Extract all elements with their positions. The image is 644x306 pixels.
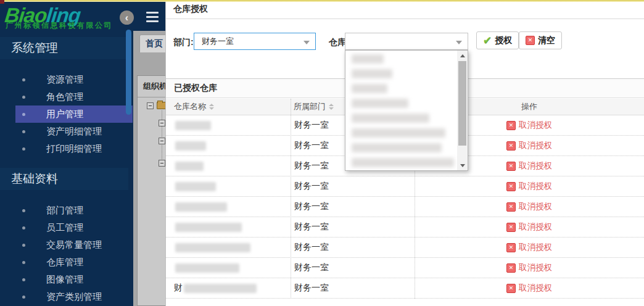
cancel-authorization-label: 取消授权 [519, 120, 552, 131]
scroll-up-button[interactable] [457, 51, 468, 60]
sidebar-item-label: 部门管理 [46, 205, 83, 217]
dropdown-option-redacted[interactable] [352, 99, 408, 108]
warehouse-name-cell [166, 263, 291, 273]
check-icon: ✔ [483, 35, 492, 46]
red-x-icon: ✕ [526, 36, 535, 45]
dropdown-option-redacted[interactable] [352, 114, 429, 123]
cancel-authorization-button[interactable]: ✕ 取消授权 [415, 181, 644, 192]
sidebar-item-label: 图像管理 [46, 274, 83, 286]
cancel-authorization-button[interactable]: ✕ 取消授权 [415, 262, 644, 273]
department-label: 部门: [173, 37, 194, 48]
bullet-icon [22, 78, 25, 81]
chevron-down-icon [456, 41, 462, 44]
sidebar-item[interactable]: 员工管理 [0, 219, 128, 236]
bullet-icon [22, 296, 25, 299]
sidebar-item[interactable]: 角色管理 [0, 88, 128, 105]
redacted-text [175, 263, 239, 273]
hamburger-icon[interactable] [146, 12, 159, 22]
table-row: 财务一室 ✕ 取消授权 [166, 258, 644, 278]
app-window: Biaoling 广州标领信息科技有限公司 系统管理 资源管理 角色管理 用户管… [0, 0, 644, 306]
dropdown-option-redacted[interactable] [352, 158, 454, 167]
bullet-icon [22, 209, 25, 212]
sidebar-item[interactable]: 部门管理 [0, 202, 128, 219]
sidebar: Biaoling 广州标领信息科技有限公司 系统管理 资源管理 角色管理 用户管… [0, 0, 133, 306]
authorize-button-label: 授权 [495, 35, 512, 46]
department-select-value: 财务一室 [202, 36, 234, 47]
sidebar-item-label: 仓库管理 [46, 257, 83, 268]
tree-collapse-icon[interactable] [159, 138, 165, 144]
dropdown-scrollbar[interactable] [457, 51, 468, 170]
dropdown-option-redacted[interactable] [352, 128, 445, 138]
sidebar-item[interactable]: 资产类别管理 [0, 288, 128, 305]
sidebar-section-basic[interactable]: 基础资料 [0, 168, 128, 190]
sidebar-menu-basic: 部门管理 员工管理 交易常量管理 仓库管理 图像管理 资产类别管理 [0, 202, 128, 305]
scrollbar-thumb[interactable] [458, 61, 466, 146]
authorize-button[interactable]: ✔ 授权 [476, 31, 519, 49]
cancel-authorization-button[interactable]: ✕ 取消授权 [415, 221, 644, 233]
red-x-icon: ✕ [506, 162, 516, 171]
redacted-text [175, 162, 204, 171]
sidebar-item[interactable]: 用户管理 [15, 105, 133, 123]
column-divider [291, 99, 291, 299]
red-x-icon: ✕ [506, 263, 516, 273]
table-row: 财务一室 ✕ 取消授权 [166, 176, 644, 197]
sidebar-item[interactable]: 仓库管理 [0, 254, 128, 271]
red-x-icon: ✕ [506, 141, 516, 151]
sidebar-item-label: 打印明细管理 [46, 143, 102, 155]
dropdown-option-redacted[interactable] [352, 54, 384, 64]
red-x-icon: ✕ [506, 243, 516, 252]
redacted-text [184, 284, 257, 293]
warehouse-name-cell [166, 141, 291, 151]
sidebar-item[interactable]: 图像管理 [0, 271, 128, 288]
redacted-text [175, 182, 216, 191]
cancel-authorization-button[interactable]: ✕ 取消授权 [415, 201, 644, 212]
dropdown-option-redacted[interactable] [352, 84, 387, 93]
sidebar-scrollbar[interactable] [126, 30, 131, 115]
cancel-authorization-button[interactable]: ✕ 取消授权 [415, 283, 644, 294]
cancel-authorization-label: 取消授权 [519, 140, 552, 151]
authorized-warehouses-title: 已授权仓库 [174, 83, 217, 94]
redacted-text [175, 121, 211, 130]
sidebar-item-label: 用户管理 [46, 109, 83, 120]
red-x-icon: ✕ [506, 202, 516, 212]
sidebar-item[interactable]: 打印明细管理 [0, 140, 128, 157]
warehouse-name-cell [166, 182, 291, 191]
sidebar-collapse-button[interactable]: ‹ [120, 10, 134, 25]
sidebar-section-system[interactable]: 系统管理 [0, 37, 128, 59]
cancel-authorization-label: 取消授权 [519, 242, 552, 253]
clear-button[interactable]: ✕ 清空 [519, 31, 562, 49]
scroll-down-button[interactable] [457, 160, 468, 170]
cancel-authorization-label: 取消授权 [519, 181, 552, 192]
table-row: 财务一室 ✕ 取消授权 [166, 238, 644, 258]
department-cell: 财务一室 [291, 242, 415, 253]
sidebar-item[interactable]: 资产明细管理 [0, 123, 128, 140]
sidebar-item-label: 角色管理 [46, 91, 83, 103]
bullet-icon [22, 147, 25, 151]
dropdown-option-redacted[interactable] [352, 143, 442, 152]
warehouse-name-cell [166, 202, 291, 212]
warehouse-authorization-modal: 仓库授权 部门: 财务一室 仓库: ✔ 授权 ✕ 清空 已授权仓库 仓库名称 [165, 0, 644, 306]
warehouse-dropdown-list[interactable] [345, 50, 468, 171]
red-x-icon: ✕ [506, 121, 516, 130]
modal-title: 仓库授权 [173, 4, 208, 15]
warehouse-name-cell [166, 243, 291, 252]
sidebar-item[interactable]: 资源管理 [0, 71, 128, 88]
warehouse-select[interactable] [345, 33, 468, 50]
red-x-icon: ✕ [506, 284, 516, 293]
cancel-authorization-label: 取消授权 [519, 221, 552, 233]
department-select[interactable]: 财务一室 [194, 33, 316, 50]
tree-collapse-icon[interactable] [159, 160, 165, 167]
top-notification-strip [0, 0, 644, 2]
redacted-text [175, 141, 206, 151]
red-x-icon: ✕ [506, 223, 516, 232]
column-header-warehouse-name[interactable]: 仓库名称 [166, 101, 291, 112]
bullet-icon [22, 96, 25, 99]
sidebar-item[interactable]: 交易常量管理 [0, 236, 128, 254]
top-corner-marker [0, 0, 4, 4]
tree-collapse-icon[interactable] [147, 102, 154, 109]
cancel-authorization-button[interactable]: ✕ 取消授权 [415, 242, 644, 253]
sort-icon [329, 104, 334, 110]
cancel-authorization-label: 取消授权 [519, 201, 552, 212]
dropdown-option-redacted[interactable] [352, 69, 392, 78]
tree-collapse-icon[interactable] [159, 120, 165, 126]
